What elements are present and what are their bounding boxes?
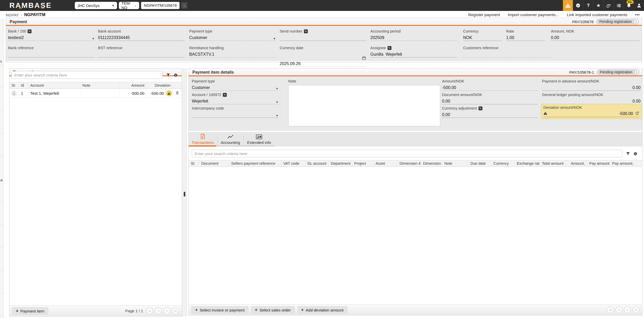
bst-reference-input[interactable] xyxy=(98,51,185,58)
col-vat-code[interactable]: VAT code xyxy=(281,160,305,167)
col-amount[interactable]: Amount xyxy=(119,82,147,88)
customers-reference-label: Customers reference xyxy=(463,46,498,50)
payment-item-row[interactable]: 1 1 Test 1, Wejerfelt -500.00 -500.00 xyxy=(9,89,182,98)
notifications-bell-icon[interactable]: 99+ xyxy=(624,0,634,11)
col-project[interactable]: Project xyxy=(352,160,373,167)
item-amount-input[interactable]: -500.00 xyxy=(442,85,538,91)
filter-icon[interactable] xyxy=(625,151,631,156)
col-department[interactable]: Department xyxy=(329,160,352,167)
next-page-button[interactable] xyxy=(163,307,170,314)
col-st[interactable]: St xyxy=(189,160,199,167)
chevron-down-icon: ▼ xyxy=(276,101,278,104)
transactions-search-input[interactable] xyxy=(192,150,622,157)
edit-icon[interactable]: ✎ xyxy=(304,29,308,33)
detail-tabs: $ Transactions Accounting Extended info xyxy=(189,132,642,147)
bank-account-input[interactable]: 01112223334445 xyxy=(98,35,185,41)
help-icon[interactable]: ? xyxy=(583,0,593,11)
col-st[interactable]: St xyxy=(9,82,19,88)
import-customer-payments-link[interactable]: Import customer payments... xyxy=(508,12,559,17)
edit-icon[interactable]: ✎ xyxy=(223,93,227,97)
col-due-date[interactable]: Due date xyxy=(468,160,491,167)
first-page-button[interactable] xyxy=(607,306,614,313)
col-currency[interactable]: Currency xyxy=(491,160,515,167)
deviation-warning-icon[interactable] xyxy=(166,90,172,96)
prev-page-button[interactable] xyxy=(155,307,162,314)
col-amount[interactable]: Amount, xyxy=(566,160,587,167)
col-note[interactable]: Note xyxy=(80,82,119,88)
accounting-period-input[interactable]: 202509 xyxy=(370,35,457,41)
gear-icon[interactable] xyxy=(632,151,638,156)
currency-date-input[interactable]: 2025.09.26 xyxy=(280,51,366,67)
user-profile-icon[interactable] xyxy=(634,0,644,11)
program-navigation-input[interactable] xyxy=(141,2,180,9)
question-glyph: ? xyxy=(587,3,590,8)
col-asset[interactable]: Asset xyxy=(373,160,397,167)
item-payment-type-select[interactable]: Customer▼ xyxy=(192,85,278,91)
svg-text:$: $ xyxy=(202,135,203,138)
task-list-icon[interactable] xyxy=(614,0,624,11)
last-page-button[interactable] xyxy=(633,306,640,313)
col-exchange-rate[interactable]: Exchange rate xyxy=(515,160,540,167)
environment-select[interactable]: JHC DevSys ▼ xyxy=(75,2,117,9)
col-account[interactable]: Account xyxy=(28,82,80,88)
item-account-select[interactable]: Wejerfelt▼ xyxy=(192,98,278,104)
system-warning-icon[interactable] xyxy=(563,0,573,11)
breadcrumb: NGPAY › NGPAYITM xyxy=(6,12,45,17)
more-actions-button[interactable]: ••• xyxy=(635,13,640,17)
link-imported-customer-payments-link[interactable]: Link imported customer payments xyxy=(567,12,628,17)
send-number-input[interactable] xyxy=(280,35,366,41)
col-pay-amount-2[interactable]: Pay amount, xyxy=(610,160,634,167)
approval-seal-icon[interactable] xyxy=(573,0,583,11)
col-sellers-payment-reference[interactable]: Sellers payment reference xyxy=(229,160,281,167)
terminal-select[interactable]: TEM-NO ⌄ xyxy=(119,2,139,9)
prev-page-button[interactable] xyxy=(615,306,622,313)
tab-accounting[interactable]: Accounting xyxy=(219,133,241,145)
trash-icon[interactable] xyxy=(175,91,179,96)
panel-splitter[interactable] xyxy=(182,68,187,316)
select-invoice-or-payment-button[interactable]: + Select invoice or payment xyxy=(191,306,248,314)
breadcrumb-parent[interactable]: NGPAY xyxy=(6,13,19,17)
favorites-star-icon[interactable]: ★ xyxy=(593,0,603,11)
add-deviation-amount-button[interactable]: + Add deviation amount xyxy=(297,306,347,314)
note-textarea[interactable] xyxy=(288,85,440,126)
back-button[interactable]: ‹ xyxy=(181,2,187,9)
bank-select[interactable]: testtest2▼ xyxy=(8,35,95,41)
first-page-button[interactable] xyxy=(146,307,153,314)
filter-icon[interactable] xyxy=(165,72,171,78)
customers-reference-input[interactable] xyxy=(463,51,552,58)
col-dimension-4[interactable]: Dimension 4 ... xyxy=(397,160,421,167)
col-pay-amount[interactable]: Pay amount xyxy=(587,160,610,167)
assignee-value[interactable]: Gunilla Wejerfelt xyxy=(370,51,457,58)
external-link-icon[interactable] xyxy=(635,111,639,116)
chevron-down-icon: ▼ xyxy=(276,114,278,117)
col-id[interactable]: Id xyxy=(19,82,28,88)
payment-type-select[interactable]: Customer▼ xyxy=(189,35,276,41)
rambase-logo[interactable]: RAMBASE xyxy=(9,1,52,10)
next-page-button[interactable] xyxy=(624,306,631,313)
intercompany-select[interactable]: ▼ xyxy=(192,112,278,118)
col-deviation[interactable]: Deviation xyxy=(147,82,173,88)
add-payment-item-button[interactable]: + Payment item xyxy=(12,307,48,315)
tab-extended-info[interactable]: Extended info xyxy=(246,133,273,145)
bank-reference-input[interactable] xyxy=(8,51,95,58)
col-note[interactable]: Note xyxy=(442,160,468,167)
item-status-badge: Pending registration1 xyxy=(597,69,640,75)
tab-transactions[interactable]: $ Transactions xyxy=(190,133,215,145)
attachments-paperclip-icon[interactable] xyxy=(603,0,614,11)
gear-icon[interactable] xyxy=(173,72,178,78)
payment-items-search-input[interactable] xyxy=(11,71,163,79)
col-document[interactable]: Document xyxy=(199,160,229,167)
field-currency-adjustment: Currency adjustment✎ 0.00 xyxy=(442,106,538,118)
register-payment-link[interactable]: Register payment xyxy=(468,12,500,17)
edit-icon[interactable]: ✎ xyxy=(388,46,391,50)
select-sales-order-button[interactable]: + Select sales order xyxy=(251,306,295,314)
col-total-amount[interactable]: Total amount xyxy=(540,160,566,167)
remittance-handling-input[interactable]: BACSTXTV.1 xyxy=(189,51,276,58)
col-dimension-5[interactable]: Dimension 5 ... xyxy=(421,160,442,167)
edit-icon[interactable]: ✎ xyxy=(28,29,32,33)
last-page-button[interactable] xyxy=(172,307,179,314)
edit-icon[interactable]: ✎ xyxy=(479,106,482,110)
calendar-icon[interactable] xyxy=(348,51,366,66)
collapsed-side-rail[interactable]: t n xyxy=(0,19,3,318)
col-gl-account[interactable]: GL account xyxy=(305,160,329,167)
